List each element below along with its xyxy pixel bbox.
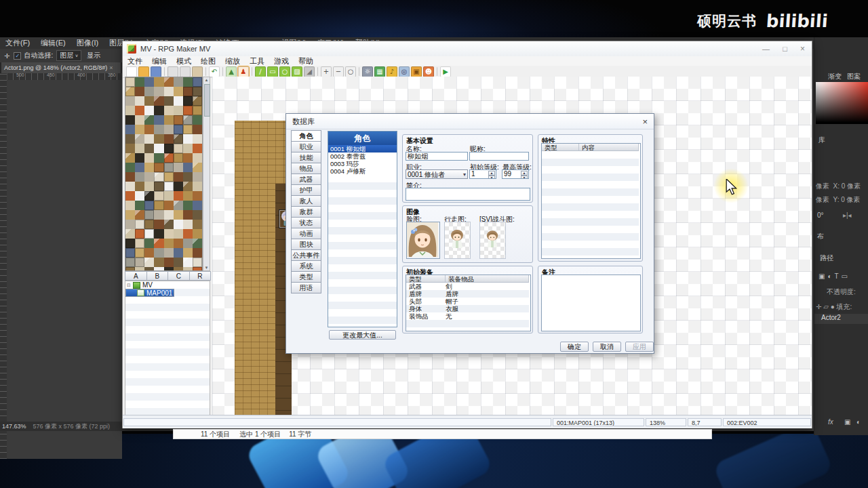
palette-tile[interactable] [154,172,163,182]
palette-tile[interactable] [164,77,174,87]
tileset-palette-grid[interactable] [125,77,203,271]
db-category-tab[interactable]: 用语 [291,282,321,293]
playtest-icon[interactable]: ▶ [440,66,451,77]
palette-tile[interactable] [174,201,183,210]
pencil-tool-icon[interactable]: ∕ [255,66,266,77]
palette-tile[interactable] [144,258,154,267]
cancel-button[interactable]: 取消 [593,342,621,352]
palette-tile[interactable] [125,87,135,96]
equipment-row[interactable]: 盾牌盾牌 [406,290,529,298]
palette-tile[interactable] [125,248,135,258]
palette-tile[interactable] [135,134,144,144]
palette-tile[interactable] [154,248,163,258]
palette-tile[interactable] [135,248,144,258]
scrollbar-thumb[interactable] [204,84,210,117]
palette-tile[interactable] [183,106,193,115]
zoom-in-icon[interactable]: + [321,66,332,77]
palette-tile[interactable] [183,153,193,163]
palette-tile[interactable] [125,201,135,210]
palette-tile[interactable] [154,220,163,229]
rectangle-tool-icon[interactable]: ▭ [267,66,278,77]
palette-tile[interactable] [125,134,135,144]
palette-scrollbar[interactable]: ▲▼ [203,77,210,271]
palette-tile[interactable] [183,96,193,106]
equipment-col-item[interactable]: 装备物品 [446,275,529,282]
flip-icons[interactable]: ▸|◂ [843,211,852,219]
x-position[interactable]: X: 0 像素 [833,182,861,190]
palette-tile[interactable] [164,201,174,210]
palette-tab[interactable]: A [125,271,147,281]
db-category-tab[interactable]: 角色 [291,130,321,142]
db-category-tab[interactable]: 技能 [291,152,321,163]
db-category-tab[interactable]: 敌群 [291,206,321,218]
y-position[interactable]: Y: 0 像素 [833,196,861,203]
undo-icon[interactable]: ↶ [209,66,220,77]
palette-tile[interactable] [174,182,183,191]
palette-tile[interactable] [125,220,135,229]
palette-tile[interactable] [183,115,193,125]
palette-tile[interactable] [193,201,202,210]
class-dropdown[interactable]: 0001 修仙者▾ [406,169,468,179]
palette-tile[interactable] [174,153,183,163]
palette-tile[interactable] [154,210,163,220]
paste-icon[interactable] [192,66,203,77]
tree-expander-icon[interactable]: ⊟ [127,283,131,288]
zoom-reset-icon[interactable]: ○ [345,66,356,77]
palette-tab[interactable]: C [167,271,190,281]
palette-tile[interactable] [154,115,163,125]
palette-tile[interactable] [135,144,144,153]
palette-tile[interactable] [144,96,154,106]
palette-tile[interactable] [193,182,202,191]
db-category-tab[interactable]: 系统 [291,260,321,272]
palette-tile[interactable] [154,258,163,267]
name-input[interactable]: 柳如烟 [406,152,468,161]
palette-tile[interactable] [144,153,154,163]
palette-tile[interactable] [144,163,154,172]
palette-tile[interactable] [135,220,144,229]
palette-tile[interactable] [144,210,154,220]
palette-tile[interactable] [135,258,144,267]
spinner-arrows[interactable]: ▲▼ [521,171,528,178]
walk-sprite-image[interactable] [444,222,471,259]
ellipse-tool-icon[interactable]: ○ [279,66,290,77]
ok-button[interactable]: 确定 [560,342,589,352]
dialog-close-icon[interactable]: × [642,117,648,127]
palette-tile[interactable] [144,134,154,144]
palette-tile[interactable] [135,125,144,134]
palette-tile[interactable] [183,201,193,210]
close-tab-icon[interactable]: × [109,64,113,71]
palette-tile[interactable] [144,172,154,182]
db-category-tab[interactable]: 公共事件 [291,249,321,261]
apply-button[interactable]: 应用 [625,342,654,352]
palette-tile[interactable] [183,134,193,144]
db-category-tab[interactable]: 敌人 [291,195,321,207]
palette-tile[interactable] [135,229,144,239]
db-category-tab[interactable]: 动画 [291,228,321,239]
palette-tile[interactable] [183,258,193,267]
event-mode-icon[interactable]: ♟ [238,66,249,77]
map-tree-project-row[interactable]: ⊟ MV [125,281,210,289]
palette-tile[interactable] [125,96,135,106]
palette-tile[interactable] [135,191,144,201]
palette-tile[interactable] [135,239,144,248]
palette-tile[interactable] [183,182,193,191]
minimize-icon[interactable]: — [762,45,770,53]
dialog-titlebar[interactable]: 数据库 × [286,114,654,129]
palette-tile[interactable] [135,172,144,182]
rpg-menu-item[interactable]: 帮助 [294,56,318,66]
tab-paths[interactable]: 路径 [820,253,833,263]
actor-list-item[interactable]: 0004 卢修斯 [328,167,397,175]
palette-tile[interactable] [154,96,163,106]
separator[interactable] [205,67,206,76]
palette-tile[interactable] [193,134,202,144]
palette-tile[interactable] [135,87,144,96]
palette-tile[interactable] [174,144,183,153]
palette-tile[interactable] [135,115,144,125]
ps-menu-item[interactable]: 文件(F) [0,38,35,48]
tab-gradient[interactable]: 渐变 [828,72,842,81]
rpg-menu-item[interactable]: 游戏 [269,56,294,66]
palette-tile[interactable] [144,182,154,191]
palette-tile[interactable] [164,106,174,115]
database-icon[interactable]: ☼ [362,66,373,77]
palette-tile[interactable] [174,87,183,96]
